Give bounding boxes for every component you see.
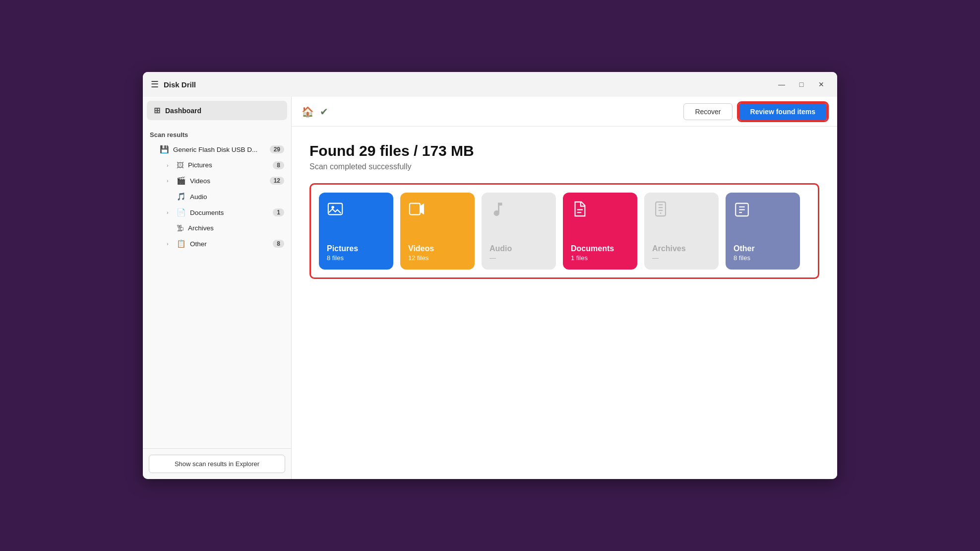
category-card-documents[interactable]: Documents 1 files [563, 193, 637, 270]
close-button[interactable]: ✕ [813, 76, 829, 92]
dashboard-item[interactable]: ⊞ Dashboard [147, 101, 287, 120]
pictures-card-count: 8 files [327, 254, 344, 262]
pictures-icon: 🖼 [177, 161, 184, 169]
chevron-icon: › [167, 209, 175, 215]
audio-card-icon [490, 201, 506, 221]
drive-icon: 💾 [160, 145, 169, 154]
sidebar-nav: ⊞ Dashboard [143, 97, 291, 124]
documents-count: 1 [273, 208, 284, 216]
audio-card-name: Audio [490, 244, 512, 253]
category-card-audio[interactable]: Audio — [482, 193, 556, 270]
home-button[interactable]: 🏠 [302, 106, 314, 118]
pictures-label: Pictures [188, 161, 273, 169]
main-content: Found 29 files / 173 MB Scan completed s… [292, 127, 837, 479]
other-label: Other [190, 240, 273, 248]
sidebar-footer: Show scan results in Explorer [143, 448, 291, 479]
sidebar: ⊞ Dashboard Scan results 💾 Generic Flash… [143, 97, 292, 479]
maximize-button[interactable]: □ [794, 76, 809, 92]
category-card-videos[interactable]: Videos 12 files [400, 193, 475, 270]
svg-point-1 [331, 206, 334, 209]
scan-status-text: Scan completed successfully [309, 162, 819, 171]
categories-grid: Pictures 8 files Videos 12 files [309, 183, 819, 279]
recover-button[interactable]: Recover [683, 103, 732, 120]
documents-card-icon [571, 201, 588, 221]
minimize-button[interactable]: — [774, 76, 790, 92]
titlebar-left: ☰ Disk Drill [151, 79, 196, 90]
titlebar: ☰ Disk Drill — □ ✕ [143, 72, 837, 97]
videos-label: Videos [190, 177, 270, 185]
pictures-card-name: Pictures [327, 244, 358, 253]
drive-count: 29 [270, 145, 284, 153]
videos-count: 12 [270, 177, 284, 185]
documents-card-name: Documents [571, 244, 614, 253]
archives-card-count: — [652, 254, 659, 262]
show-explorer-button[interactable]: Show scan results in Explorer [149, 455, 285, 473]
videos-card-name: Videos [408, 244, 434, 253]
archives-card-icon [652, 201, 669, 221]
app-window: ☰ Disk Drill — □ ✕ ⊞ Dashboard Scan resu… [143, 72, 837, 479]
pictures-count: 8 [273, 161, 284, 169]
main-layout: ⊞ Dashboard Scan results 💾 Generic Flash… [143, 97, 837, 479]
other-count: 8 [273, 240, 284, 248]
category-card-pictures[interactable]: Pictures 8 files [319, 193, 393, 270]
videos-card-icon [408, 201, 425, 221]
audio-label: Audio [190, 193, 284, 201]
titlebar-controls: — □ ✕ [774, 76, 829, 92]
sidebar-item-documents[interactable]: › 📄 Documents 1 [143, 205, 291, 220]
archives-card-name: Archives [652, 244, 686, 253]
sidebar-item-audio[interactable]: 🎵 Audio [143, 189, 291, 205]
other-card-icon [734, 201, 750, 221]
sidebar-item-pictures[interactable]: › 🖼 Pictures 8 [143, 157, 291, 173]
videos-card-count: 12 files [408, 254, 429, 262]
toolbar: 🏠 ✔ Recover Review found items [292, 97, 837, 127]
dashboard-label: Dashboard [165, 107, 201, 115]
pictures-card-icon [327, 201, 344, 221]
category-card-other[interactable]: Other 8 files [726, 193, 800, 270]
grid-icon: ⊞ [154, 106, 160, 115]
archives-icon: 🗜 [177, 224, 184, 232]
archives-label: Archives [188, 224, 284, 232]
other-card-count: 8 files [734, 254, 750, 262]
documents-icon: 📄 [177, 208, 186, 217]
check-icon: ✔ [320, 106, 328, 118]
sidebar-item-other[interactable]: › 📋 Other 8 [143, 236, 291, 252]
category-card-archives[interactable]: Archives — [644, 193, 719, 270]
chevron-icon: › [167, 241, 175, 247]
documents-label: Documents [190, 209, 273, 216]
tree-item-drive[interactable]: 💾 Generic Flash Disk USB D... 29 [143, 141, 291, 157]
svg-rect-2 [410, 204, 420, 215]
review-found-items-button[interactable]: Review found items [738, 103, 827, 121]
sidebar-item-videos[interactable]: › 🎬 Videos 12 [143, 173, 291, 189]
found-files-title: Found 29 files / 173 MB [309, 142, 819, 159]
app-title: Disk Drill [164, 80, 196, 89]
svg-point-9 [660, 212, 662, 214]
audio-icon: 🎵 [177, 192, 186, 201]
chevron-icon: › [167, 178, 175, 184]
sidebar-item-archives[interactable]: 🗜 Archives [143, 220, 291, 236]
drive-label: Generic Flash Disk USB D... [173, 146, 270, 153]
chevron-icon: › [167, 162, 175, 168]
videos-icon: 🎬 [177, 176, 186, 185]
scan-results-label: Scan results [143, 124, 291, 141]
documents-card-count: 1 files [571, 254, 588, 262]
tree-section: 💾 Generic Flash Disk USB D... 29 › 🖼 Pic… [143, 141, 291, 448]
menu-icon[interactable]: ☰ [151, 79, 159, 90]
other-icon: 📋 [177, 239, 186, 248]
other-card-name: Other [734, 244, 755, 253]
audio-card-count: — [490, 254, 496, 262]
content-area: 🏠 ✔ Recover Review found items Found 29 … [292, 97, 837, 479]
